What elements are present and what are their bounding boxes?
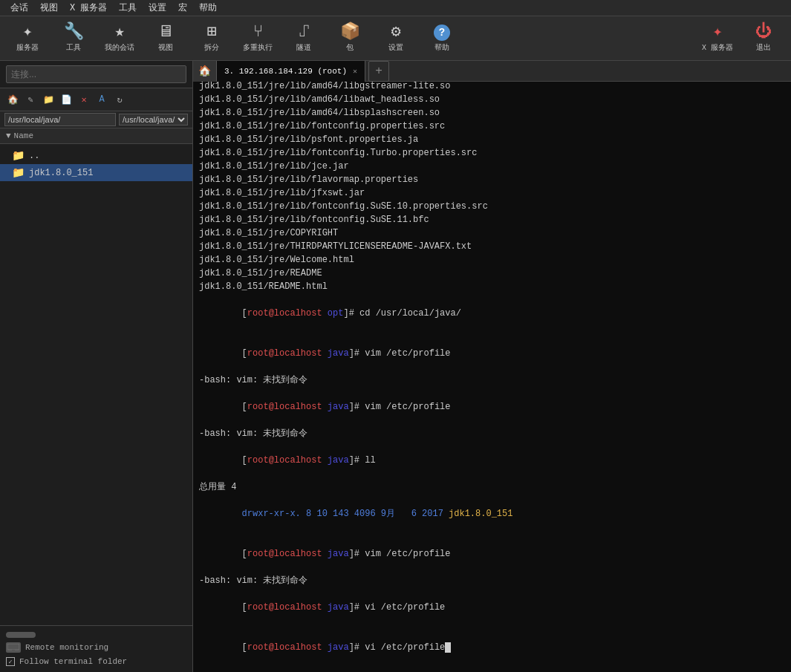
file-item-jdk[interactable]: 📁 jdk1.8.0_151: [0, 164, 192, 181]
triangle-icon: ▼: [6, 131, 11, 140]
menu-tools[interactable]: 工具: [113, 0, 143, 16]
terminal-line: jdk1.8.0_151/jre/lib/amd64/libawt_headle…: [199, 93, 785, 106]
terminal-cmd-vim2: [root@localhost java]# vim /etc/profile: [199, 387, 785, 427]
toolbar-tools-btn[interactable]: 🔧 工具: [52, 19, 95, 58]
terminal-line: jdk1.8.0_151/jre/lib/amd64/libgstreamer-…: [199, 82, 785, 93]
terminal-line: jdk1.8.0_151/jre/lib/amd64/libsplashscre…: [199, 106, 785, 120]
toolbar-xserver-btn[interactable]: ✦ X 服务器: [696, 19, 739, 58]
toolbar-exit-btn[interactable]: ⏻ 退出: [742, 19, 785, 58]
package-icon: 📦: [340, 25, 360, 41]
tab-home-btn[interactable]: 🏠: [193, 61, 217, 82]
terminal-line: jdk1.8.0_151/jre/lib/fontconfig.properti…: [199, 120, 785, 133]
terminal-area: 🏠 3. 192.168.184.129 (root) ✕ + jdk1.8.0…: [193, 61, 791, 672]
xserver-icon: ✦: [712, 25, 722, 41]
toolbar: ✦ 服务器 🔧 工具 ★ 我的会话 🖥 视图 ⊞ 拆分 ⑂ 多重执行 ⑀ 隧道 …: [0, 16, 791, 61]
terminal-error-1: -bash: vim: 未找到命令: [199, 373, 785, 387]
star-icon: ★: [114, 25, 124, 41]
toolbar-server-btn[interactable]: ✦ 服务器: [6, 19, 49, 58]
tab-bar: 🏠 3. 192.168.184.129 (root) ✕ +: [193, 61, 791, 82]
terminal-line: jdk1.8.0_151/jre/lib/fontconfig.SuSE.11.…: [199, 213, 785, 226]
sidebar-header: ▼ Name: [0, 128, 192, 144]
menu-macro[interactable]: 宏: [172, 0, 193, 16]
sidebar-tool-add-folder[interactable]: 📁: [40, 91, 56, 108]
terminal-line: jdk1.8.0_151/jre/README: [199, 267, 785, 280]
folder-parent-icon: 📁: [12, 149, 25, 162]
file-tree: 📁 .. 📁 jdk1.8.0_151: [0, 144, 192, 625]
path-input[interactable]: [4, 113, 116, 126]
terminal-cmd-ll: [root@localhost java]# ll: [199, 440, 785, 480]
terminal-tab[interactable]: 3. 192.168.184.129 (root) ✕: [217, 61, 365, 82]
monitor-icon: [6, 642, 21, 653]
toolbar-multiexec-btn[interactable]: ⑂ 多重执行: [236, 19, 279, 58]
toolbar-mysessions-btn[interactable]: ★ 我的会话: [98, 19, 141, 58]
tab-close-btn[interactable]: ✕: [353, 67, 357, 76]
sidebar-tool-edit[interactable]: ✎: [22, 91, 39, 108]
toolbar-package-btn[interactable]: 📦 包: [328, 19, 371, 58]
terminal-cmd-cd: [root@localhost opt]# cd /usr/local/java…: [199, 293, 785, 333]
server-icon: ✦: [22, 25, 32, 41]
terminal-line: jdk1.8.0_151/jre/lib/fontconfig.Turbo.pr…: [199, 146, 785, 160]
toolbar-help-btn[interactable]: ? 帮助: [420, 19, 463, 58]
svg-rect-0: [7, 644, 19, 650]
split-icon: ⊞: [206, 25, 216, 41]
menu-bar: 会话 视图 X 服务器 工具 设置 宏 帮助: [0, 0, 791, 16]
search-input[interactable]: [6, 65, 186, 83]
terminal-cmd-vi1: [root@localhost java]# vi /etc/profile: [199, 587, 785, 627]
sidebar-tool-refresh[interactable]: ↻: [111, 91, 128, 108]
sidebar-search-area: [0, 61, 192, 88]
toolbar-split-btn[interactable]: ⊞ 拆分: [190, 19, 233, 58]
gear-icon: ⚙: [391, 25, 400, 41]
sidebar-tool-home[interactable]: 🏠: [4, 91, 21, 108]
menu-settings[interactable]: 设置: [143, 0, 172, 16]
terminal-cursor: [445, 642, 451, 653]
menu-help[interactable]: 帮助: [193, 0, 223, 16]
sidebar-tool-rename[interactable]: A: [94, 91, 110, 108]
sidebar-tool-new-file[interactable]: 📄: [58, 91, 74, 108]
terminal-cmd-vi2-cursor: [root@localhost java]# vi /etc/profile: [199, 627, 785, 668]
terminal-line: jdk1.8.0_151/jre/COPYRIGHT: [199, 226, 785, 240]
sidebar-bottom: Remote monitoring ✓ Follow terminal fold…: [0, 625, 192, 672]
terminal-output[interactable]: jdk1.8.0_151/jre/lib/amd64/libjfxmedia.s…: [193, 82, 791, 672]
follow-terminal-checkbox[interactable]: ✓: [6, 657, 15, 666]
main-area: 🏠 ✎ 📁 📄 ✕ A ↻ /usr/local/java/ ▼ Name 📁 …: [0, 61, 791, 672]
toolbar-config-btn[interactable]: ⚙ 设置: [374, 19, 417, 58]
folder-jdk-icon: 📁: [12, 166, 25, 179]
menu-session[interactable]: 会话: [4, 0, 34, 16]
multi-icon: ⑂: [253, 25, 263, 41]
menu-xserver[interactable]: X 服务器: [64, 0, 113, 16]
file-item-parent[interactable]: 📁 ..: [0, 147, 192, 164]
menu-view[interactable]: 视图: [34, 0, 64, 16]
path-dropdown[interactable]: /usr/local/java/: [119, 114, 188, 125]
sidebar: 🏠 ✎ 📁 📄 ✕ A ↻ /usr/local/java/ ▼ Name 📁 …: [0, 61, 193, 672]
follow-terminal-checkbox-row[interactable]: ✓ Follow terminal folder: [6, 657, 186, 666]
tunnel-icon: ⑀: [299, 25, 309, 41]
view-icon: 🖥: [157, 25, 174, 41]
terminal-cmd-vim1: [root@localhost java]# vim /etc/profile: [199, 333, 785, 373]
terminal-line: jdk1.8.0_151/jre/lib/psfont.properties.j…: [199, 133, 785, 146]
svg-rect-1: [12, 650, 15, 651]
toolbar-right: ✦ X 服务器 ⏻ 退出: [696, 19, 785, 58]
terminal-ls-entry: drwxr-xr-x. 8 10 143 4096 9月 6 2017 jdk1…: [199, 494, 785, 534]
exit-icon: ⏻: [755, 25, 772, 41]
terminal-ls-header: 总用量 4: [199, 480, 785, 494]
terminal-line: jdk1.8.0_151/jre/lib/jce.jar: [199, 160, 785, 173]
terminal-line: jdk1.8.0_151/jre/lib/fontconfig.SuSE.10.…: [199, 200, 785, 213]
tab-add-btn[interactable]: +: [368, 61, 389, 82]
terminal-line: jdk1.8.0_151/jre/THIRDPARTYLICENSEREADME…: [199, 240, 785, 253]
terminal-error-3: -bash: vim: 未找到命令: [199, 574, 785, 587]
scroll-indicator: [6, 632, 36, 638]
terminal-line: jdk1.8.0_151/jre/Welcome.html: [199, 253, 785, 267]
path-bar: /usr/local/java/: [0, 111, 192, 128]
terminal-line: jdk1.8.0_151/README.html: [199, 280, 785, 293]
terminal-line: jdk1.8.0_151/jre/lib/flavormap.propertie…: [199, 173, 785, 186]
remote-monitoring-btn[interactable]: Remote monitoring: [6, 642, 186, 653]
toolbar-tunnel-btn[interactable]: ⑀ 隧道: [282, 19, 325, 58]
terminal-error-2: -bash: vim: 未找到命令: [199, 427, 785, 440]
tools-icon: 🔧: [64, 25, 84, 41]
sidebar-tool-delete[interactable]: ✕: [76, 91, 92, 108]
help-icon: ?: [434, 25, 450, 41]
terminal-line: jdk1.8.0_151/jre/lib/jfxswt.jar: [199, 186, 785, 200]
sidebar-toolbar: 🏠 ✎ 📁 📄 ✕ A ↻: [0, 88, 192, 111]
toolbar-view-btn[interactable]: 🖥 视图: [144, 19, 187, 58]
terminal-cmd-vim3: [root@localhost java]# vim /etc/profile: [199, 534, 785, 574]
